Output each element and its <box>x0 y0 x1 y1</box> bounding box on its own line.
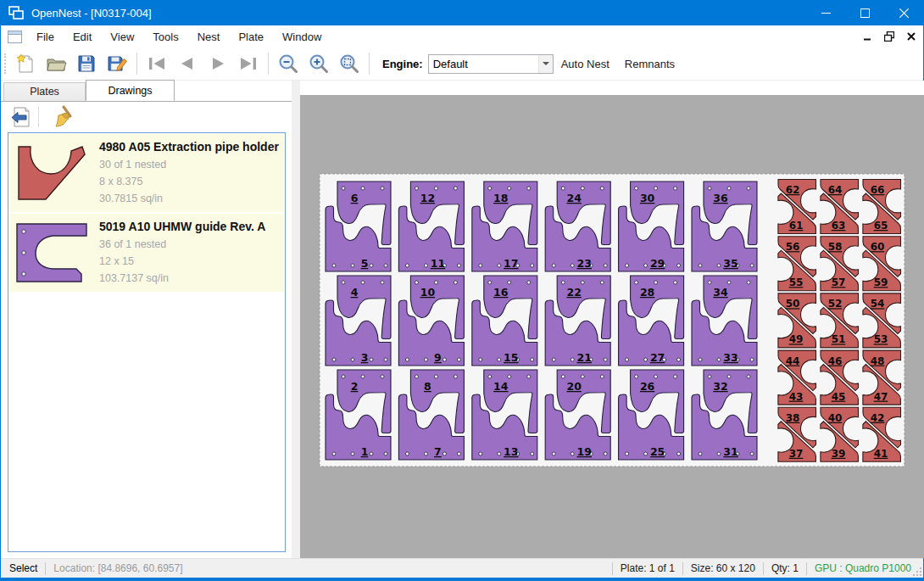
close-button[interactable] <box>884 0 923 25</box>
part-number: 12 <box>420 192 435 204</box>
zoom-in-icon <box>308 53 330 75</box>
import-drawing-button[interactable] <box>6 104 35 130</box>
save-as-button[interactable] <box>102 50 132 77</box>
drawing-area: 103.7137 sq/in <box>99 270 284 287</box>
engine-dropdown-button[interactable] <box>538 55 553 73</box>
part-number: 2 <box>351 380 359 393</box>
menu-view[interactable]: View <box>101 27 143 47</box>
go-previous-button[interactable] <box>172 50 203 77</box>
part-number: 9 <box>434 351 442 364</box>
toolbar-grip[interactable] <box>4 53 7 74</box>
engine-select[interactable]: Default <box>428 54 554 74</box>
auto-nest-button[interactable]: Auto Nest <box>554 53 617 75</box>
mdi-close-button[interactable] <box>905 30 918 43</box>
mdi-document-icon[interactable] <box>8 31 22 43</box>
menu-file[interactable]: File <box>27 27 64 47</box>
resize-grip[interactable] <box>912 567 922 577</box>
drawings-list: 4980 A05 Extraction pipe holder 30 of 1 … <box>8 132 286 552</box>
status-plate: Plate: 1 of 1 <box>621 562 675 574</box>
drawing-thumbnail-red <box>9 136 94 210</box>
menu-window[interactable]: Window <box>273 27 331 47</box>
part-number: 53 <box>874 333 888 345</box>
panel-splitter[interactable] <box>292 81 300 558</box>
zoom-out-button[interactable] <box>273 50 303 77</box>
part-number: 38 <box>786 412 800 424</box>
drawing-item-2[interactable]: 5019 A10 UHMW guide Rev. A 36 of 1 neste… <box>9 214 284 292</box>
zoom-in-button[interactable] <box>303 50 334 77</box>
part-number: 46 <box>828 355 843 367</box>
part-number: 3 <box>361 351 369 364</box>
status-qty: Qty: 1 <box>771 562 799 574</box>
part-number: 19 <box>576 445 591 458</box>
status-size: Size: 60 x 120 <box>691 562 755 574</box>
go-next-button[interactable] <box>203 50 233 77</box>
drawing-nested: 36 of 1 nested <box>99 236 284 253</box>
drawing-item-1[interactable]: 4980 A05 Extraction pipe holder 30 of 1 … <box>9 134 284 212</box>
menu-edit[interactable]: Edit <box>64 27 101 47</box>
go-last-button[interactable] <box>233 50 264 77</box>
part-number: 59 <box>874 277 888 288</box>
new-file-icon <box>14 53 36 75</box>
part-number: 55 <box>789 277 804 288</box>
minimize-button[interactable] <box>806 0 845 25</box>
window-title: OpenNest - [N0317-004] <box>31 7 152 20</box>
part-number: 66 <box>871 184 885 196</box>
tab-drawings[interactable]: Drawings <box>86 80 175 101</box>
clear-drawings-button[interactable] <box>47 104 76 130</box>
drawing-title: 5019 A10 UHMW guide Rev. A <box>99 220 284 233</box>
save-button[interactable] <box>71 50 102 77</box>
part-number: 5 <box>361 257 369 270</box>
main-toolbar: Engine: Default Auto Nest Remnants <box>1 47 923 81</box>
menu-plate[interactable]: Plate <box>229 27 273 47</box>
nest-canvas[interactable]: 6543211211109871817161514132423222120193… <box>300 81 924 558</box>
status-location: Location: [84.8696, 60.6957] <box>53 562 182 574</box>
drawing-title: 4980 A05 Extraction pipe holder <box>99 140 284 154</box>
app-window: OpenNest - [N0317-004] File Edit View To… <box>0 0 924 581</box>
maximize-button[interactable] <box>845 0 884 25</box>
remnants-button[interactable]: Remnants <box>617 53 682 75</box>
go-first-button[interactable] <box>142 50 172 77</box>
tab-plates[interactable]: Plates <box>3 82 86 101</box>
part-number: 64 <box>828 184 843 196</box>
part-number: 62 <box>786 184 800 196</box>
part-number: 42 <box>871 412 885 424</box>
part-number: 32 <box>713 380 727 393</box>
part-number: 35 <box>723 257 738 270</box>
part-number: 63 <box>832 220 846 232</box>
left-panel: Plates Drawings <box>1 81 292 558</box>
part-number: 39 <box>832 448 846 460</box>
broom-icon <box>50 105 74 129</box>
mdi-restore-button[interactable] <box>882 30 896 43</box>
part-number: 27 <box>650 351 665 364</box>
mdi-minimize-button[interactable] <box>860 30 874 43</box>
menu-bar: File Edit View Tools Nest Plate Window <box>1 25 923 47</box>
part-number: 56 <box>786 241 800 253</box>
part-number: 65 <box>874 220 888 232</box>
status-bar: Select Location: [84.8696, 60.6957] Plat… <box>1 558 923 578</box>
app-icon <box>8 6 24 20</box>
part-number: 52 <box>828 298 843 310</box>
open-file-button[interactable] <box>41 50 71 77</box>
new-file-button[interactable] <box>10 50 41 77</box>
part-number: 10 <box>420 286 436 299</box>
part-number: 58 <box>828 241 843 253</box>
part-number: 40 <box>828 412 843 424</box>
zoom-fit-button[interactable] <box>334 50 365 77</box>
drawing-size: 12 x 15 <box>99 253 284 270</box>
part-number: 43 <box>789 391 804 403</box>
drawing-area: 30.7815 sq/in <box>99 190 284 207</box>
main-area: Plates Drawings <box>1 81 923 558</box>
go-last-icon <box>237 53 259 75</box>
part-number: 1 <box>361 445 369 458</box>
go-first-icon <box>146 53 168 75</box>
part-number: 50 <box>786 298 800 310</box>
part-number: 22 <box>566 286 581 299</box>
drawing-thumbnail-purple <box>9 215 94 290</box>
menu-tools[interactable]: Tools <box>143 27 187 47</box>
part-number: 49 <box>789 333 804 345</box>
status-mode: Select <box>9 562 37 574</box>
part-number: 57 <box>832 277 846 288</box>
chevron-down-icon <box>543 62 549 65</box>
menu-nest[interactable]: Nest <box>188 27 230 47</box>
part-number: 21 <box>576 351 591 364</box>
